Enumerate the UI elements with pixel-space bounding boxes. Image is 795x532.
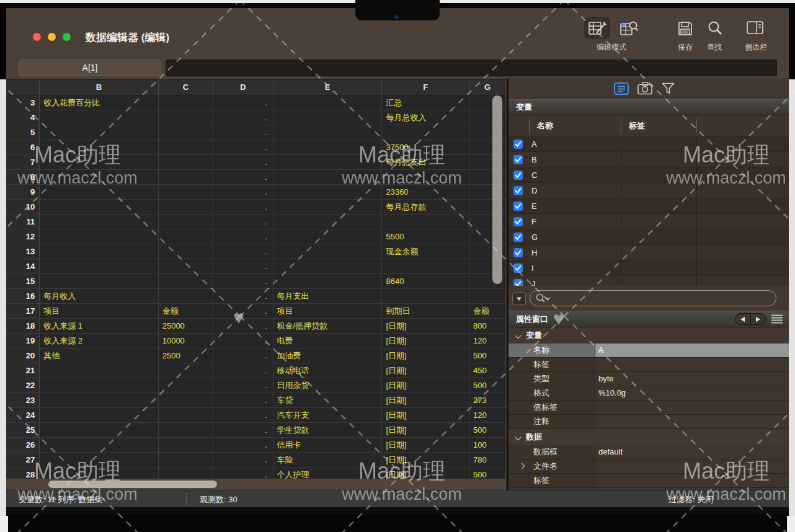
row-header-3[interactable]: 3: [6, 95, 40, 110]
row-header-26[interactable]: 26: [6, 438, 40, 453]
row-header-18[interactable]: 18: [6, 319, 40, 334]
cell-F10[interactable]: 每月总存款: [382, 200, 469, 215]
cell-B18[interactable]: 收入来源 1: [40, 319, 159, 334]
browse-mode-button[interactable]: [620, 20, 639, 39]
checkbox-D[interactable]: [513, 186, 523, 195]
cell-F21[interactable]: [日期]: [382, 363, 469, 378]
cell-B21[interactable]: [40, 363, 159, 378]
cell-C23[interactable]: [159, 393, 213, 408]
cell-E26[interactable]: 信用卡: [273, 438, 383, 453]
cell-E9[interactable]: [273, 185, 383, 200]
cell-F6[interactable]: 37500: [382, 140, 469, 155]
cell-C16[interactable]: [159, 289, 213, 304]
property-value[interactable]: byte: [595, 372, 789, 386]
cell-C24[interactable]: [159, 408, 213, 423]
variable-row-C[interactable]: C: [509, 167, 789, 183]
row-header-10[interactable]: 10: [6, 200, 40, 215]
cell-F19[interactable]: [日期]: [382, 334, 469, 348]
cell-B23[interactable]: [40, 393, 159, 408]
cell-D9[interactable]: .: [213, 185, 273, 200]
cell-E16[interactable]: 每月支出: [273, 289, 383, 304]
checkbox-E[interactable]: [513, 202, 523, 211]
property-row[interactable]: 名称A: [509, 344, 789, 358]
row-header-27[interactable]: 27: [6, 453, 40, 468]
row-header-6[interactable]: 6: [6, 140, 40, 155]
cell-F14[interactable]: [382, 259, 469, 274]
cell-C3[interactable]: [159, 95, 213, 110]
cell-D17[interactable]: .: [213, 304, 273, 319]
variable-row-F[interactable]: F: [509, 214, 789, 229]
name-column-header[interactable]: 名称: [537, 120, 553, 131]
cell-E21[interactable]: 移动电话: [273, 363, 383, 378]
cell-D6[interactable]: .: [213, 140, 273, 155]
property-row[interactable]: 数据框default: [509, 445, 789, 459]
cell-G26[interactable]: 100: [469, 438, 506, 453]
cell-D12[interactable]: .: [213, 229, 273, 244]
property-row[interactable]: 类型byte: [509, 372, 789, 386]
find-icon[interactable]: [707, 20, 723, 39]
formula-input[interactable]: [166, 60, 777, 76]
row-header-16[interactable]: 16: [6, 289, 40, 304]
row-header-23[interactable]: 23: [6, 393, 40, 408]
vertical-scrollbar-thumb[interactable]: [492, 95, 502, 284]
grid-corner-cell[interactable]: [6, 80, 40, 95]
row-header-20[interactable]: 20: [6, 348, 40, 363]
row-header-17[interactable]: 17: [6, 304, 40, 319]
cell-E6[interactable]: [273, 140, 383, 155]
property-row[interactable]: 注释: [509, 415, 789, 429]
cell-F27[interactable]: [日期]: [382, 453, 469, 468]
cell-E13[interactable]: [273, 244, 383, 259]
cell-E10[interactable]: [273, 200, 383, 215]
property-value[interactable]: [595, 474, 789, 487]
cell-D18[interactable]: .: [213, 319, 273, 334]
cell-D20[interactable]: .: [213, 348, 273, 363]
cell-G19[interactable]: 120: [469, 334, 506, 348]
cell-F18[interactable]: [日期]: [382, 319, 469, 334]
cell-reference-box[interactable]: A[1]: [19, 60, 161, 76]
row-header-5[interactable]: 5: [6, 125, 40, 140]
column-header-D[interactable]: D: [213, 80, 273, 95]
cell-E8[interactable]: [273, 170, 383, 185]
cell-F4[interactable]: 每月总收入: [382, 110, 469, 125]
label-column-header[interactable]: 标签: [629, 120, 645, 131]
cell-D25[interactable]: .: [213, 423, 273, 438]
property-row[interactable]: 文件名: [509, 459, 789, 474]
row-header-24[interactable]: 24: [6, 408, 40, 423]
column-header-G[interactable]: G: [469, 80, 506, 95]
row-header-11[interactable]: 11: [6, 215, 40, 229]
cell-F9[interactable]: 23360: [382, 185, 469, 200]
cell-B13[interactable]: [40, 244, 159, 259]
sidebar-label[interactable]: 侧边栏: [738, 42, 774, 53]
cell-G27[interactable]: 780: [469, 453, 506, 468]
cell-F16[interactable]: [382, 289, 469, 304]
variable-row-A[interactable]: A: [509, 136, 789, 152]
cell-C9[interactable]: [159, 185, 213, 200]
cell-F25[interactable]: [日期]: [382, 423, 469, 438]
cell-B3[interactable]: 收入花费百分比: [40, 95, 159, 110]
cell-C27[interactable]: [159, 453, 213, 468]
column-header-E[interactable]: E: [273, 80, 383, 95]
cell-B20[interactable]: 其他: [40, 348, 159, 363]
cell-G18[interactable]: 800: [469, 319, 506, 334]
cell-E20[interactable]: 加油费: [273, 348, 383, 363]
variable-row-G[interactable]: G: [509, 229, 789, 245]
cell-D14[interactable]: .: [213, 259, 273, 274]
cell-C26[interactable]: [159, 438, 213, 453]
cell-G23[interactable]: 273: [469, 393, 506, 408]
checkbox-C[interactable]: [513, 171, 523, 180]
cell-B22[interactable]: [40, 378, 159, 393]
row-header-22[interactable]: 22: [6, 378, 40, 393]
cell-F26[interactable]: [日期]: [382, 438, 469, 453]
cell-C4[interactable]: [159, 110, 213, 125]
column-header-B[interactable]: B: [40, 80, 159, 95]
previous-variable-button[interactable]: [735, 314, 750, 324]
cell-E23[interactable]: 车贷: [273, 393, 383, 408]
cell-B11[interactable]: [40, 215, 159, 229]
cell-B15[interactable]: [40, 274, 159, 289]
cell-B9[interactable]: [40, 185, 159, 200]
cell-D13[interactable]: .: [213, 244, 273, 259]
row-header-21[interactable]: 21: [6, 363, 40, 378]
checkbox-A[interactable]: [513, 140, 523, 149]
cell-D27[interactable]: .: [213, 453, 273, 468]
cell-F22[interactable]: [日期]: [382, 378, 469, 393]
